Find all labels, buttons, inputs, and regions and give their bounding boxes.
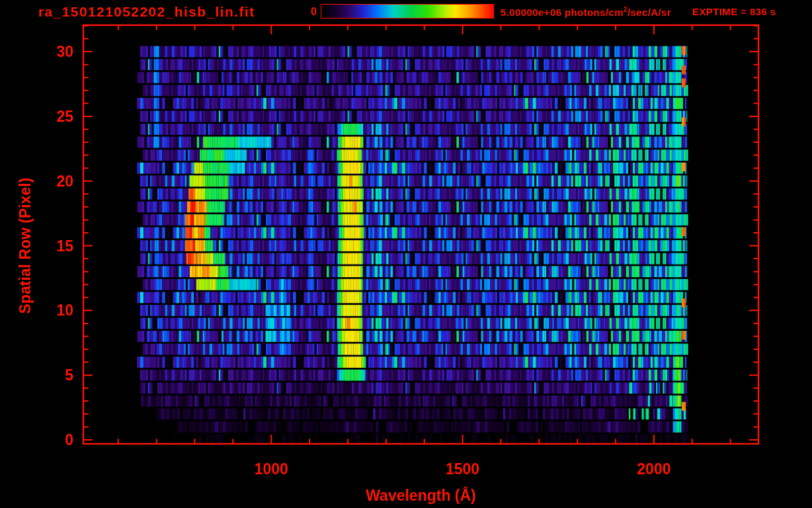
spectrum-heatmap-canvas (0, 0, 812, 508)
exptime-label: EXPTIME = 836 s (692, 6, 776, 17)
colorbar-min-label: 0 (293, 6, 317, 18)
spectral-display-window: ra_150121052202_hisb_lin.fit 0 5.00000e+… (0, 0, 812, 508)
colorbar-max-label: 5.00000e+06 photons/cm2/sec/A/sr (501, 6, 671, 18)
colorbar-max-label-suffix: /sec/A/sr (628, 7, 671, 18)
file-title: ra_150121052202_hisb_lin.fit (38, 4, 255, 20)
colorbar-max-label-prefix: 5.00000e+06 photons/cm (501, 7, 624, 18)
colorbar (321, 4, 494, 19)
